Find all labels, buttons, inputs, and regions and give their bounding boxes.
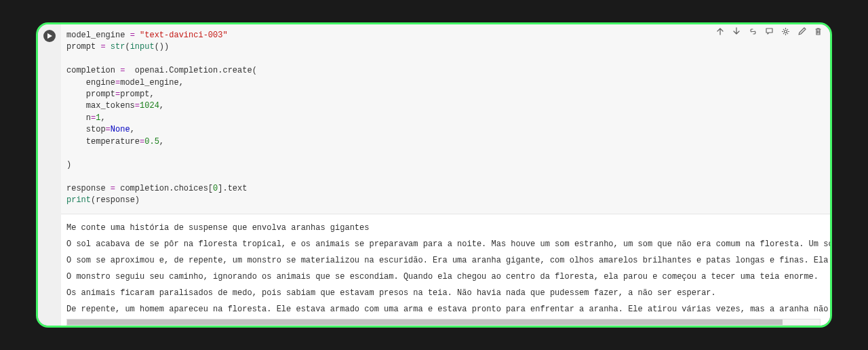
code-line: ) [66, 159, 825, 171]
scrollbar-thumb[interactable] [67, 319, 783, 325]
code-token: = [100, 42, 110, 52]
code-line: response = completion.choices[0].text [66, 183, 825, 195]
arrow-down-icon[interactable] [731, 26, 742, 37]
code-token: , [159, 137, 164, 147]
code-token: (response) [91, 195, 140, 205]
output-line: O sol acabava de se pôr na floresta trop… [66, 236, 825, 252]
run-cell-button[interactable] [43, 30, 56, 42]
code-token: str [111, 42, 125, 52]
output-line: O monstro seguiu seu caminho, ignorando … [66, 269, 825, 285]
code-editor[interactable]: model_engine = "text-davinci-003"prompt … [61, 24, 830, 214]
code-token: temperature [66, 137, 140, 147]
output-line: Os animais ficaram paralisados de medo, … [66, 285, 825, 301]
code-token: engine [66, 78, 115, 88]
code-line: prompt = str(input()) [66, 41, 825, 53]
code-token: ) [66, 160, 71, 170]
edit-icon[interactable] [796, 26, 807, 37]
notebook-cell: model_engine = "text-davinci-003"prompt … [38, 24, 830, 326]
code-token: "text-davinci-003" [140, 31, 228, 40]
code-token: stop [66, 125, 106, 134]
arrow-up-icon[interactable] [715, 26, 726, 37]
code-token: completion.choices[ [120, 184, 213, 193]
play-icon [46, 33, 53, 39]
code-token: openai.Completion.create( [135, 66, 257, 75]
code-token: n [66, 113, 91, 123]
cell-gutter [38, 24, 61, 326]
code-token: model_engine, [120, 78, 184, 88]
code-line [66, 172, 825, 183]
code-line: engine=model_engine, [66, 77, 825, 89]
code-token: , [159, 101, 164, 111]
code-line: model_engine = "text-davinci-003" [66, 30, 825, 41]
link-icon[interactable] [747, 26, 758, 37]
code-token: = [135, 101, 140, 111]
svg-point-1 [784, 30, 787, 33]
output-line: O som se aproximou e, de repente, um mon… [66, 252, 825, 269]
code-token: input [130, 42, 155, 52]
code-token: = [130, 31, 140, 40]
code-token: completion [66, 66, 120, 75]
notebook-cell-frame: model_engine = "text-davinci-003"prompt … [36, 22, 832, 328]
delete-icon[interactable] [812, 26, 823, 37]
code-line [66, 54, 825, 65]
code-token: , [130, 125, 135, 134]
cell-output: Me conte uma história de suspense que en… [61, 214, 830, 326]
code-line: temperature=0.5, [66, 136, 825, 148]
code-line: n=1, [66, 113, 825, 124]
code-token: prompt [66, 42, 100, 52]
code-line: prompt=prompt, [66, 89, 825, 100]
code-token: 1024 [140, 101, 159, 111]
code-token: prompt [66, 90, 115, 99]
code-token: None [111, 125, 130, 134]
code-token: max_tokens [66, 101, 135, 111]
code-token: = [120, 66, 135, 75]
code-line: stop=None, [66, 124, 825, 136]
comment-icon[interactable] [764, 26, 774, 37]
settings-icon[interactable] [780, 26, 791, 37]
code-token: ()) [155, 42, 170, 52]
code-line: max_tokens=1024, [66, 100, 825, 112]
code-token: model_engine [66, 31, 130, 40]
code-token: ( [125, 42, 130, 52]
code-token: = [111, 184, 120, 193]
code-token: , [100, 113, 105, 123]
output-line: Me conte uma história de suspense que en… [66, 220, 825, 236]
cell-toolbar [715, 26, 823, 37]
code-token: response [66, 184, 111, 193]
horizontal-scrollbar[interactable] [66, 319, 821, 326]
cell-content: model_engine = "text-davinci-003"prompt … [61, 24, 830, 326]
code-token: 0.5 [144, 137, 159, 147]
code-token: = [106, 125, 111, 134]
svg-marker-0 [47, 33, 52, 39]
code-token: print [66, 195, 91, 205]
code-line [66, 148, 825, 159]
code-line: print(response) [66, 195, 825, 206]
code-token: prompt, [120, 90, 154, 99]
output-line: De repente, um homem apareceu na florest… [66, 301, 825, 317]
code-token: ].text [218, 184, 247, 193]
code-line: completion = openai.Completion.create( [66, 65, 825, 77]
